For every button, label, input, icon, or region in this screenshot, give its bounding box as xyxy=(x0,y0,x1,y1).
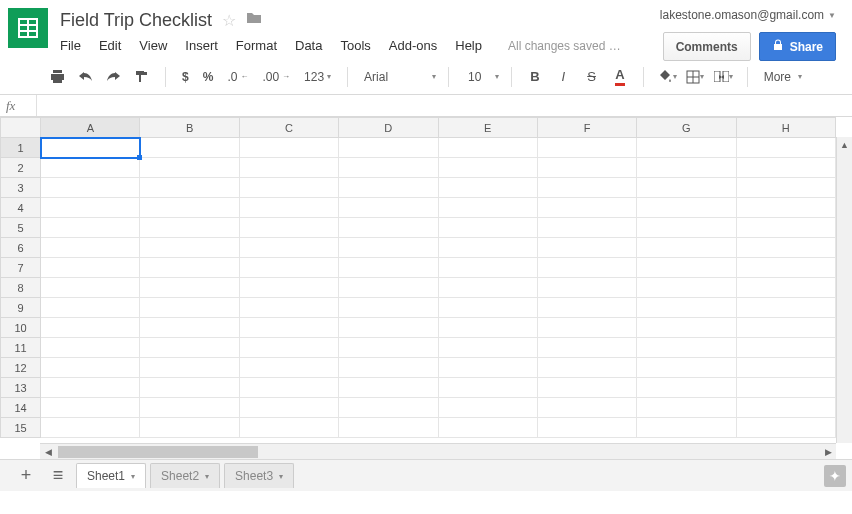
row-header[interactable]: 3 xyxy=(1,178,41,198)
cell[interactable] xyxy=(41,298,140,318)
cell[interactable] xyxy=(239,338,338,358)
cell[interactable] xyxy=(537,238,636,258)
select-all-corner[interactable] xyxy=(1,118,41,138)
cell[interactable] xyxy=(537,398,636,418)
menu-help[interactable]: Help xyxy=(455,38,482,53)
scroll-up-icon[interactable]: ▲ xyxy=(837,137,852,153)
column-header[interactable]: C xyxy=(239,118,338,138)
row-header[interactable]: 2 xyxy=(1,158,41,178)
cell[interactable] xyxy=(239,178,338,198)
sheet-tab[interactable]: Sheet2▾ xyxy=(150,463,220,488)
cell[interactable] xyxy=(438,358,537,378)
caret-down-icon[interactable]: ▾ xyxy=(495,72,499,81)
cell[interactable] xyxy=(239,198,338,218)
cell[interactable] xyxy=(537,198,636,218)
cell[interactable] xyxy=(339,238,438,258)
cell[interactable] xyxy=(339,218,438,238)
strike-button[interactable]: S xyxy=(580,65,602,89)
cell[interactable] xyxy=(537,158,636,178)
cell[interactable] xyxy=(41,338,140,358)
cell[interactable] xyxy=(339,318,438,338)
cell[interactable] xyxy=(736,418,835,438)
cell[interactable] xyxy=(438,258,537,278)
cell[interactable] xyxy=(438,278,537,298)
row-header[interactable]: 1 xyxy=(1,138,41,158)
row-header[interactable]: 11 xyxy=(1,338,41,358)
cell[interactable] xyxy=(637,238,736,258)
cell[interactable] xyxy=(537,338,636,358)
cell[interactable] xyxy=(736,138,835,158)
cell[interactable] xyxy=(239,238,338,258)
undo-icon[interactable] xyxy=(74,65,96,89)
cell[interactable] xyxy=(140,338,239,358)
cell[interactable] xyxy=(41,318,140,338)
cell[interactable] xyxy=(140,358,239,378)
column-header[interactable]: F xyxy=(537,118,636,138)
caret-down-icon[interactable]: ▾ xyxy=(432,72,436,81)
cell[interactable] xyxy=(736,218,835,238)
row-header[interactable]: 14 xyxy=(1,398,41,418)
all-sheets-button[interactable]: ≡ xyxy=(44,462,72,490)
column-header[interactable]: A xyxy=(41,118,140,138)
bold-button[interactable]: B xyxy=(524,65,546,89)
fill-color[interactable]: ▾ xyxy=(656,65,678,89)
cell[interactable] xyxy=(140,378,239,398)
cell[interactable] xyxy=(736,158,835,178)
cell[interactable] xyxy=(339,418,438,438)
cell[interactable] xyxy=(140,138,239,158)
cell[interactable] xyxy=(736,398,835,418)
cell[interactable] xyxy=(339,378,438,398)
column-header[interactable]: G xyxy=(637,118,736,138)
scroll-left-icon[interactable]: ◀ xyxy=(40,447,56,457)
font-size[interactable]: 10 xyxy=(461,70,489,84)
cell[interactable] xyxy=(339,138,438,158)
cell[interactable] xyxy=(438,238,537,258)
sheet-tab[interactable]: Sheet1▾ xyxy=(76,463,146,488)
text-color[interactable]: A xyxy=(609,65,631,89)
cell[interactable] xyxy=(438,298,537,318)
cell[interactable] xyxy=(438,158,537,178)
cell[interactable] xyxy=(140,178,239,198)
cell[interactable] xyxy=(339,298,438,318)
cell[interactable] xyxy=(41,278,140,298)
cell[interactable] xyxy=(140,278,239,298)
cell[interactable] xyxy=(637,198,736,218)
cell[interactable] xyxy=(637,158,736,178)
cell[interactable] xyxy=(239,138,338,158)
cell[interactable] xyxy=(41,158,140,178)
cell[interactable] xyxy=(239,298,338,318)
folder-icon[interactable] xyxy=(246,11,262,29)
menu-format[interactable]: Format xyxy=(236,38,277,53)
row-header[interactable]: 5 xyxy=(1,218,41,238)
cell[interactable] xyxy=(637,358,736,378)
cell[interactable] xyxy=(537,218,636,238)
cell[interactable] xyxy=(41,358,140,378)
cell[interactable] xyxy=(637,338,736,358)
menu-addons[interactable]: Add-ons xyxy=(389,38,437,53)
share-button[interactable]: Share xyxy=(759,32,836,61)
cell[interactable] xyxy=(537,358,636,378)
cell[interactable] xyxy=(339,338,438,358)
cell[interactable] xyxy=(239,158,338,178)
number-format[interactable]: 123▾ xyxy=(300,70,335,84)
cell[interactable] xyxy=(438,318,537,338)
cell[interactable] xyxy=(140,238,239,258)
cell[interactable] xyxy=(41,258,140,278)
cell[interactable] xyxy=(239,398,338,418)
cell[interactable] xyxy=(41,378,140,398)
cell[interactable] xyxy=(736,358,835,378)
cell[interactable] xyxy=(736,178,835,198)
cell[interactable] xyxy=(239,278,338,298)
cell[interactable] xyxy=(537,378,636,398)
cell[interactable] xyxy=(736,258,835,278)
menu-file[interactable]: File xyxy=(60,38,81,53)
cell[interactable] xyxy=(339,158,438,178)
cell[interactable] xyxy=(637,298,736,318)
star-icon[interactable]: ☆ xyxy=(222,11,236,30)
borders[interactable]: ▾ xyxy=(684,65,706,89)
cell[interactable] xyxy=(339,258,438,278)
cell[interactable] xyxy=(637,398,736,418)
formula-input[interactable] xyxy=(36,95,852,116)
cell[interactable] xyxy=(41,418,140,438)
cell[interactable] xyxy=(537,318,636,338)
